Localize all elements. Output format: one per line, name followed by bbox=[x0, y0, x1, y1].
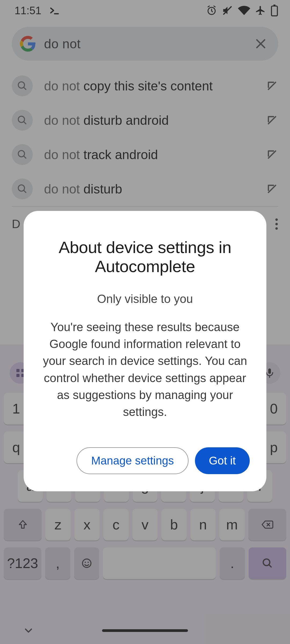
got-it-button[interactable]: Got it bbox=[195, 447, 250, 474]
manage-settings-button[interactable]: Manage settings bbox=[77, 447, 188, 474]
autocomplete-info-dialog: About device settings in Autocomplete On… bbox=[24, 211, 266, 491]
dialog-subtitle: Only visible to you bbox=[40, 292, 250, 306]
dialog-title: About device settings in Autocomplete bbox=[40, 238, 250, 276]
dialog-body: You're seeing these results because Goog… bbox=[40, 319, 250, 420]
